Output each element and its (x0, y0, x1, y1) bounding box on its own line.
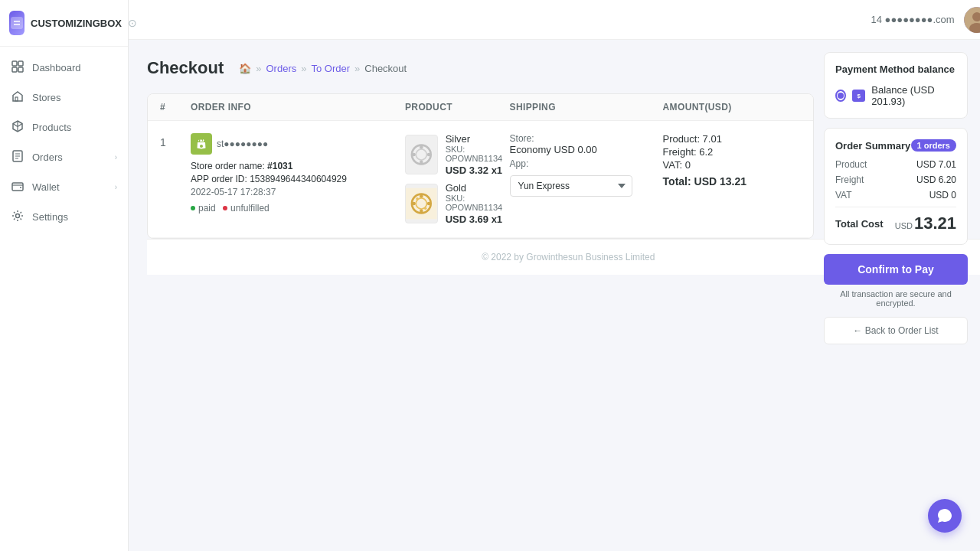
summary-freight-value: USD 6.20 (916, 174, 956, 185)
breadcrumb-sep-2: » (301, 63, 306, 74)
top-header: 14 ●●●●●●●●.com (129, 0, 980, 40)
total-value-display: USD 13.21 (895, 214, 956, 233)
logo-icon (9, 11, 24, 35)
orders-icon (11, 150, 24, 165)
product-price-gold: USD 3.69 x1 (446, 214, 510, 225)
summary-freight-row: Freight USD 6.20 (835, 174, 956, 185)
product-list-cell: Silver SKU: OPOWNB1134 USD 3.32 x1 (405, 133, 510, 225)
radio-dot-inner (838, 93, 844, 99)
breadcrumb-orders[interactable]: Orders (266, 63, 296, 74)
back-to-order-list-button[interactable]: ← Back to Order List (824, 317, 968, 344)
confirm-section: Confirm to Pay All transaction are secur… (824, 254, 968, 308)
summary-vat-value: USD 0 (929, 190, 956, 201)
stores-icon (11, 90, 24, 105)
orders-chevron-icon: › (115, 153, 117, 161)
amount-total: Total: USD 13.21 (663, 175, 801, 187)
svg-rect-3 (12, 67, 17, 72)
payment-option-balance: $ Balance (USD 201.93) (835, 84, 956, 107)
breadcrumb: 🏠 » Orders » To Order » Checkout (239, 63, 407, 74)
product-details-silver: Silver SKU: OPOWNB1134 USD 3.32 x1 (446, 133, 510, 176)
summary-title-text: Order Summary (835, 140, 910, 152)
order-name-value: #1031 (267, 161, 292, 171)
svg-rect-13 (406, 139, 437, 171)
total-cost-label: Total Cost (835, 218, 884, 230)
balance-label: Balance (USD 201.93) (871, 84, 956, 107)
svg-rect-2 (18, 61, 23, 66)
store-name-row: st●●●●●●●● (191, 133, 405, 155)
secure-text: All transaction are secure and encrypted… (824, 289, 968, 308)
radio-button-balance[interactable] (835, 90, 846, 102)
summary-product-row: Product USD 7.01 (835, 159, 956, 170)
svg-point-18 (412, 153, 415, 156)
sidebar-item-wallet[interactable]: Wallet › (0, 172, 128, 202)
svg-point-8 (20, 187, 21, 188)
product-name-gold: Gold (446, 182, 510, 194)
sidebar-item-dashboard[interactable]: Dashboard (0, 53, 128, 83)
order-info-cell: st●●●●●●●● Store order name: #1031 APP o… (191, 133, 405, 214)
brand-name: CUSTOMIZINGBOX (31, 18, 122, 29)
order-date: 2022-05-17 17:28:37 (191, 187, 405, 197)
summary-freight-label: Freight (835, 174, 864, 185)
summary-orders-count: 1 orders (911, 139, 956, 152)
shipping-carrier-select[interactable]: Yun Express (510, 175, 632, 197)
dashboard-label: Dashboard (32, 62, 81, 73)
product-thumb-silver (405, 135, 438, 174)
wallet-chevron-icon: › (115, 183, 117, 191)
amount-vat: VAT: 0 (663, 159, 801, 171)
sidebar-item-stores[interactable]: Stores (0, 83, 128, 112)
breadcrumb-sep-3: » (354, 63, 360, 74)
order-name-label: Store order name: (191, 161, 265, 171)
product-details-gold: Gold SKU: OPOWNB1134 USD 3.69 x1 (446, 182, 510, 225)
sidebar-settings-icon[interactable]: ⊙ (128, 17, 137, 29)
col-number: # (160, 102, 191, 112)
confirm-pay-button[interactable]: Confirm to Pay (824, 254, 968, 285)
shipping-cell: Store: Economy USD 0.00 App: Yun Express (510, 133, 663, 197)
header-email: 14 ●●●●●●●●.com (871, 14, 955, 25)
svg-point-25 (412, 202, 415, 205)
col-amount: Amount(USD) (663, 102, 801, 112)
sidebar-logo: CUSTOMIZINGBOX ⊙ (0, 0, 128, 47)
total-currency: USD (895, 221, 913, 230)
svg-point-27 (416, 197, 419, 201)
col-shipping: Shipping (510, 102, 663, 112)
order-table: # Order Info Product Shipping Amount(USD… (147, 93, 814, 239)
stores-label: Stores (32, 92, 61, 103)
sidebar-item-settings[interactable]: Settings (0, 202, 128, 232)
product-name-silver: Silver (446, 133, 510, 145)
svg-point-9 (16, 214, 20, 218)
sidebar-navigation: Dashboard Stores Products Orders › Wal (0, 47, 128, 551)
table-header: # Order Info Product Shipping Amount(USD… (148, 94, 813, 121)
product-thumb-gold (405, 184, 438, 223)
svg-rect-7 (12, 183, 23, 191)
breadcrumb-to-order[interactable]: To Order (311, 63, 350, 74)
breadcrumb-home-icon[interactable]: 🏠 (239, 63, 251, 74)
paid-label: paid (198, 203, 216, 214)
total-amount-number: 13.21 (914, 214, 956, 233)
store-masked-name: st●●●●●●●● (217, 139, 268, 149)
wallet-label: Wallet (32, 181, 60, 193)
settings-icon (11, 210, 24, 224)
sidebar: CUSTOMIZINGBOX ⊙ Dashboard Stores Produc… (0, 0, 129, 551)
page-title: Checkout (147, 58, 224, 78)
app-order-id: APP order ID: 1538949644340604929 (191, 174, 405, 184)
svg-point-26 (427, 202, 430, 205)
avatar (964, 7, 980, 33)
sidebar-item-orders[interactable]: Orders › (0, 142, 128, 172)
sidebar-item-products[interactable]: Products (0, 112, 128, 142)
amount-freight: Freight: 6.2 (663, 146, 801, 158)
product-sku-gold: SKU: OPOWNB1134 (446, 194, 510, 212)
svg-rect-0 (11, 17, 23, 29)
footer-text: © 2022 by Growinthesun Business Limited (482, 252, 655, 262)
order-id-value: 1538949644340604929 (250, 174, 347, 184)
summary-divider (835, 207, 956, 207)
amount-product: Product: 7.01 (663, 133, 801, 145)
row-number: 1 (160, 133, 191, 148)
status-badge-unfulfilled: unfulfilled (223, 203, 270, 214)
chat-button[interactable] (928, 499, 962, 533)
wallet-icon (11, 180, 24, 194)
avatar-image (964, 7, 980, 33)
svg-point-17 (420, 161, 423, 164)
order-summary-card: Order Summary 1 orders Product USD 7.01 … (824, 128, 968, 245)
shipping-app-label: App: (510, 158, 663, 169)
product-item-gold: Gold SKU: OPOWNB1134 USD 3.69 x1 (405, 182, 510, 225)
